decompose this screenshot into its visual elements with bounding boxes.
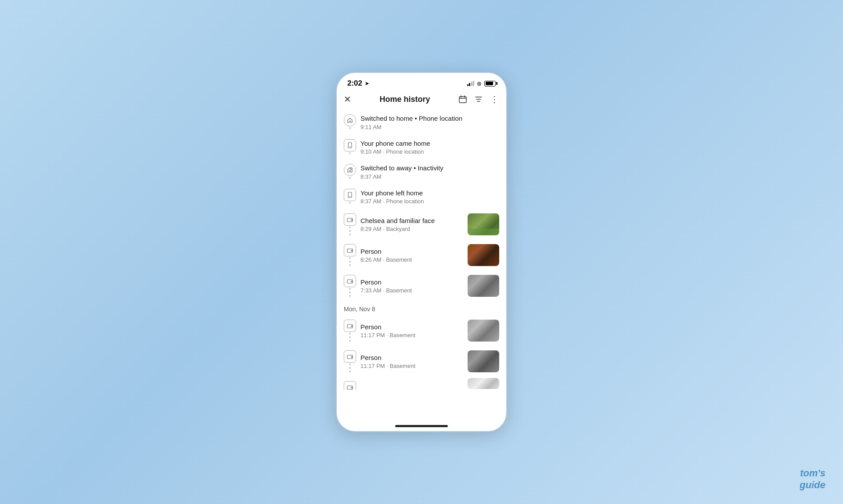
item-content: Person 7:33 AM · Basement	[360, 278, 463, 294]
timeline-col	[344, 381, 356, 385]
thumbnail-basement-gray2	[468, 320, 499, 342]
camera-icon	[344, 320, 356, 332]
list-item[interactable]: Chelsea and familiar face 8:29 AM · Back…	[337, 209, 506, 240]
filter-icon	[474, 95, 483, 104]
svg-rect-0	[459, 97, 466, 103]
list-item[interactable]: Your phone came home 9:10 AM · Phone loc…	[337, 135, 506, 160]
camera-icon	[344, 213, 356, 226]
list-item[interactable]: Person 8:26 AM · Basement	[337, 240, 506, 270]
time-display: 2:02	[347, 79, 362, 88]
item-subtitle: 11:17 PM · Basement	[360, 332, 463, 338]
item-subtitle: 11:17 PM · Basement	[360, 363, 463, 369]
thumbnail-backyard	[468, 213, 499, 235]
status-icons: ⊛	[467, 80, 496, 87]
svg-rect-15	[347, 324, 353, 328]
item-content: Your phone came home 9:10 AM · Phone loc…	[360, 139, 499, 155]
item-content: Person 11:17 PM · Basement	[360, 323, 463, 339]
home-bar	[395, 425, 448, 427]
battery-icon	[484, 81, 496, 86]
content-area[interactable]: Switched to home • Phone location 9:11 A…	[337, 110, 506, 421]
item-title: Your phone came home	[360, 139, 499, 148]
calendar-icon	[458, 95, 467, 104]
list-item[interactable]: Switched to away • Inactivity 8:37 AM	[337, 159, 506, 184]
thumbnail-bottom	[468, 378, 499, 389]
item-subtitle: 8:29 AM · Backyard	[360, 226, 463, 232]
item-subtitle: 9:10 AM · Phone location	[360, 148, 499, 155]
item-title: Your phone left home	[360, 189, 499, 198]
timeline-col	[344, 275, 356, 297]
item-subtitle: 9:11 AM	[360, 124, 499, 130]
item-content: Person 11:17 PM · Basement	[360, 353, 463, 370]
list-item[interactable]: Person 7:33 AM · Basement	[337, 270, 506, 301]
svg-rect-12	[347, 218, 353, 222]
item-title: Switched to away • Inactivity	[360, 164, 499, 173]
header-icons: ⋮	[458, 94, 499, 104]
timeline-col	[344, 114, 356, 130]
list-item[interactable]: Person 11:17 PM · Basement	[337, 315, 506, 346]
item-content: Switched to away • Inactivity 8:37 AM	[360, 164, 499, 180]
app-header: ✕ Home history ⋮	[337, 90, 506, 110]
item-content: Chelsea and familiar face 8:29 AM · Back…	[360, 216, 463, 233]
item-title: Chelsea and familiar face	[360, 216, 463, 225]
timeline-col	[344, 139, 356, 155]
status-time: 2:02 ➤	[347, 79, 369, 88]
timeline-col	[344, 189, 356, 205]
navigation-arrow-icon: ➤	[365, 81, 369, 86]
item-title: Person	[360, 323, 463, 331]
phone-frame: 2:02 ➤ ⊛ ✕ Home history	[336, 72, 507, 432]
watermark-line1: tom's	[800, 468, 825, 479]
list-item[interactable]	[337, 377, 506, 390]
thumbnail-basement-color	[468, 244, 499, 266]
home-icon	[344, 114, 356, 126]
camera-icon	[344, 244, 356, 256]
timeline-col	[344, 213, 356, 235]
phone-icon	[344, 139, 356, 151]
watermark-line2: guide	[800, 479, 825, 491]
timeline-col	[344, 244, 356, 266]
list-item[interactable]: Your phone left home 8:37 AM · Phone loc…	[337, 184, 506, 209]
item-subtitle: 7:33 AM · Basement	[360, 287, 463, 294]
item-subtitle: 8:37 AM · Phone location	[360, 198, 499, 205]
item-content: Person 8:26 AM · Basement	[360, 247, 463, 263]
camera-icon	[344, 275, 356, 287]
watermark: tom's guide	[800, 468, 825, 491]
date-separator: Mon, Nov 8	[337, 301, 506, 315]
timeline-col	[344, 164, 356, 180]
item-title: Switched to home • Phone location	[360, 114, 499, 123]
close-button[interactable]: ✕	[344, 94, 351, 104]
home-away-icon	[344, 164, 356, 176]
wifi-icon: ⊛	[477, 80, 482, 87]
history-list: Switched to home • Phone location 9:11 A…	[337, 110, 506, 390]
page-title: Home history	[379, 95, 430, 104]
svg-rect-17	[347, 386, 353, 389]
signal-icon	[467, 81, 475, 86]
item-content: Switched to home • Phone location 9:11 A…	[360, 114, 499, 130]
item-title: Person	[360, 247, 463, 256]
item-title: Person	[360, 353, 463, 362]
item-subtitle: 8:37 AM	[360, 173, 499, 180]
list-item[interactable]: Switched to home • Phone location 9:11 A…	[337, 110, 506, 135]
home-indicator	[337, 421, 506, 431]
timeline-col	[344, 320, 356, 342]
list-item[interactable]: Person 11:17 PM · Basement	[337, 346, 506, 377]
phone-icon	[344, 189, 356, 201]
svg-rect-7	[348, 143, 352, 148]
item-subtitle: 8:26 AM · Basement	[360, 256, 463, 263]
item-title: Person	[360, 278, 463, 287]
camera-icon	[344, 381, 356, 390]
svg-rect-10	[348, 192, 352, 198]
svg-rect-13	[347, 249, 353, 252]
svg-rect-14	[347, 280, 353, 283]
calendar-button[interactable]	[458, 95, 467, 104]
filter-button[interactable]	[474, 95, 483, 104]
svg-rect-16	[347, 355, 353, 359]
timeline-col	[344, 350, 356, 372]
more-button[interactable]: ⋮	[490, 94, 499, 104]
thumbnail-basement-gray	[468, 275, 499, 297]
thumbnail-basement-gray3	[468, 350, 499, 372]
item-content: Your phone left home 8:37 AM · Phone loc…	[360, 189, 499, 205]
camera-icon	[344, 350, 356, 363]
status-bar: 2:02 ➤ ⊛	[337, 73, 506, 90]
